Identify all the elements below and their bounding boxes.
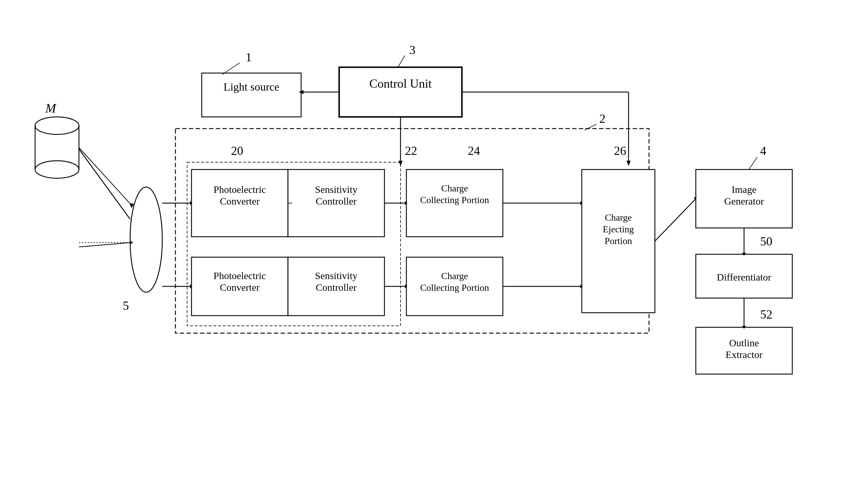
sensitivity-controller-2-label: Sensitivity [315, 270, 357, 281]
charge-collecting-2-label: Charge [441, 270, 468, 281]
charge-collecting-1-label: Charge [441, 183, 468, 193]
svg-text:Collecting Portion: Collecting Portion [420, 195, 489, 205]
svg-line-11 [585, 124, 596, 130]
label-2: 2 [599, 112, 606, 125]
label-1: 1 [246, 51, 252, 64]
label-52: 52 [760, 308, 772, 321]
light-source-label: Light source [223, 80, 279, 93]
label-50: 50 [760, 235, 772, 248]
svg-text:Extractor: Extractor [725, 349, 763, 360]
svg-text:Collecting Portion: Collecting Portion [420, 282, 489, 293]
sensitivity-controller-1-label: Sensitivity [315, 184, 357, 195]
svg-text:Converter: Converter [220, 196, 260, 206]
label-24: 24 [468, 144, 480, 158]
image-generator-label: Image [732, 184, 756, 195]
svg-text:Portion: Portion [604, 235, 632, 246]
svg-point-1 [35, 161, 79, 178]
svg-line-43 [748, 157, 757, 170]
svg-line-8 [398, 56, 405, 68]
photo-converter-2-label: Photoelectric [213, 270, 266, 281]
svg-line-38 [79, 148, 131, 204]
svg-marker-16 [626, 161, 630, 166]
svg-line-5 [79, 149, 130, 219]
svg-text:Ejecting: Ejecting [603, 224, 634, 234]
label-22: 22 [405, 144, 417, 158]
svg-line-40 [79, 242, 131, 247]
svg-text:Controller: Controller [316, 196, 357, 206]
light-source-block [202, 73, 301, 117]
differentiator-label: Differentiator [717, 272, 772, 283]
svg-text:Generator: Generator [724, 196, 764, 206]
control-unit-block [339, 67, 462, 117]
outline-extractor-label: Outline [729, 337, 759, 348]
label-3: 3 [409, 43, 415, 57]
label-26: 26 [614, 144, 626, 158]
svg-point-0 [35, 117, 79, 134]
svg-text:Converter: Converter [220, 282, 260, 293]
label-5: 5 [123, 299, 129, 313]
label-20: 20 [231, 144, 243, 158]
svg-line-44 [655, 199, 696, 241]
diagram: M 5 Light source 1 Control Unit 3 2 [0, 0, 868, 486]
svg-point-4 [130, 187, 162, 292]
m-label: M [45, 101, 57, 116]
label-4: 4 [760, 144, 766, 158]
charge-ejecting-label: Charge [605, 212, 632, 223]
control-unit-label: Control Unit [369, 77, 432, 90]
photo-converter-1-label: Photoelectric [213, 184, 266, 195]
svg-text:Controller: Controller [316, 282, 357, 293]
